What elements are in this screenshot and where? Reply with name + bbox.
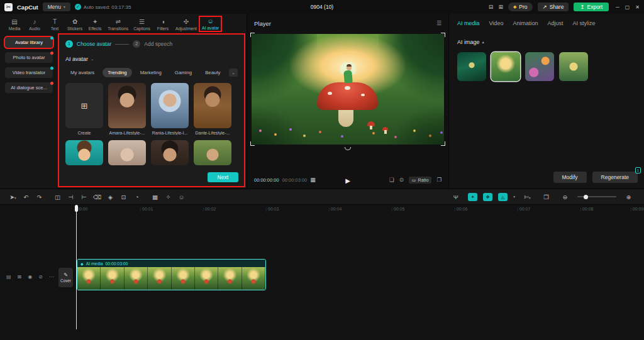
timeline-ruler[interactable]: 00:00 |00:01 |00:02 |00:03 |00:04 |00:05… [0,205,644,213]
pro-badge[interactable]: ◆ Pro [508,3,533,11]
avatar-card-rania[interactable]: Rania-Lifestyle-I... [151,83,189,135]
minimize-button[interactable]: ─ [616,4,619,10]
ai-image-variant[interactable] [525,52,554,81]
ribbon-tab-stickers[interactable]: ✿ Stickers [65,18,84,31]
layout-mode-icon[interactable]: ⊞ [498,4,503,10]
crop-icon[interactable]: ⊡ [117,194,130,200]
chroma-key-icon[interactable]: ◔ [130,194,143,200]
playhead[interactable] [76,205,77,329]
sidebar-item-photo-to-avatar[interactable]: Photo to avatar [5,52,53,63]
auto-cut-icon[interactable]: ✄▾ [521,194,534,200]
tab-animation[interactable]: Animation [513,20,538,26]
menu-button[interactable]: Menu ▾ [43,3,70,11]
regenerate-button[interactable]: Regenerate 1 [592,172,638,183]
mask-icon[interactable]: ◈ [104,194,117,200]
cover-button[interactable]: ✎ Cover [58,268,73,287]
ribbon-tab-media[interactable]: ▤ Media [5,18,24,31]
tab-gaming[interactable]: Gaming [170,68,197,77]
trim-left-icon[interactable]: ⊣ [64,194,77,200]
restore-button[interactable]: ▢ [625,4,630,10]
ai-image-variant[interactable] [457,52,486,81]
mirror-preview-icon[interactable]: ❏ [389,177,394,183]
play-button[interactable]: ▶ [345,177,350,184]
ribbon-tab-adjustment[interactable]: ✣ Adjustment [174,18,199,31]
zoom-out-icon[interactable]: ⊖ [558,194,572,200]
display-mode-icon[interactable]: ⊟ [489,4,494,10]
avatar-card-dante[interactable]: Dante-Lifestyle-... [194,83,231,135]
tab-my-avatars[interactable]: My avatars [65,68,99,77]
ratio-button[interactable]: ▭ Ratio [409,177,432,184]
sidebar-item-video-translator[interactable]: Video translator [5,67,53,78]
export-button[interactable]: ↥ Export [574,3,609,11]
more-icon[interactable]: ⋯ [49,274,54,280]
player-menu-icon[interactable]: ☰ [436,20,441,26]
modify-button[interactable]: Modify [553,172,587,183]
avatar-thumbnail[interactable] [108,140,146,165]
ribbon-tab-ai-avatar[interactable]: ☺ AI avatar [200,17,221,31]
avatar-thumbnail[interactable] [194,140,231,165]
ribbon-tab-transitions[interactable]: ⇌ Transitions [106,18,130,31]
zoom-in-icon[interactable]: ⊕ [622,194,635,200]
avatar-thumbnail[interactable] [151,140,189,165]
timeline-zoom-slider[interactable] [577,196,616,197]
mushroom-spot [345,86,350,90]
ribbon-tab-effects[interactable]: ✦ Effects [86,18,104,31]
video-preview[interactable] [252,34,444,145]
avatar-thumbnail[interactable] [65,140,103,165]
ai-wand-icon[interactable]: ✧ [162,194,175,200]
smart-tool-icon-2[interactable]: ❖ [483,193,492,201]
select-tool[interactable]: ➤▾ [6,194,19,200]
tab-trending[interactable]: Trending [103,68,131,77]
track-options-icon[interactable]: ▤ [6,274,11,280]
ai-image-variant-selected[interactable] [491,52,520,81]
close-button[interactable]: ✕ [635,4,640,10]
ai-image-variant[interactable] [559,52,588,81]
timeline-clip-ai-media[interactable]: ◆ AI media 00:00:03:00 [77,259,266,290]
extract-character-icon[interactable]: ☺ [175,194,188,200]
ruler-tick: |00:04 [328,207,341,211]
preview-screen-icon[interactable]: ❒ [540,194,553,200]
split-icon[interactable]: ◫ [51,194,64,200]
tab-beauty[interactable]: Beauty [200,68,225,77]
avatar-card-label: Create [65,131,103,135]
ruler-tick: |00:03 [265,207,279,211]
ribbon-tab-audio[interactable]: ♪ Audio [25,18,44,31]
sidebar-item-avatar-library[interactable]: Avatar library [5,37,53,48]
tab-marketing[interactable]: Marketing [135,68,167,77]
mute-icon[interactable]: ⊘ [38,274,43,280]
chevron-down-icon[interactable]: ▾ [513,195,515,199]
tab-video[interactable]: Video [489,20,504,26]
share-button[interactable]: ↗ Share [538,3,569,11]
voiceover-mic-icon[interactable]: Ψ [449,194,462,200]
flower-dots [259,129,262,132]
create-avatar-card[interactable]: ⊞ Create [65,83,103,135]
avatar-card-amara[interactable]: Amara-Lifestyle-... [108,83,146,135]
ribbon-tab-filters[interactable]: ◑ Filters [153,18,172,31]
tab-ai-media[interactable]: AI media [457,20,480,26]
tabs-expand-button[interactable]: ⌄ [229,69,238,77]
canvas-grid-icon[interactable]: ▦ [148,194,162,200]
sidebar-item-ai-dialogue[interactable]: AI dialogue sce... [5,82,53,93]
smart-tool-icon-1[interactable]: ✦ [468,193,477,201]
lock-icon[interactable]: ⊠ [18,274,22,280]
frame-view-icon[interactable]: ▦ [310,177,316,183]
ai-image-section-header[interactable]: AI image ▴ [457,39,636,45]
stage-handle[interactable] [345,147,351,150]
visibility-icon[interactable]: ◉ [28,274,32,280]
ribbon-tab-label: Text [51,26,58,31]
delete-icon[interactable]: ⌫ [91,194,104,200]
ribbon-tab-text[interactable]: T Text [45,18,64,31]
fullscreen-icon[interactable]: ❐ [436,177,441,183]
tab-adjust[interactable]: Adjust [547,20,563,26]
zoom-slider-thumb[interactable] [584,195,588,199]
next-button[interactable]: Next [208,172,238,182]
undo-icon[interactable]: ↶ [19,194,33,200]
playhead-handle[interactable] [75,205,78,212]
tab-ai-stylize[interactable]: AI stylize [572,20,595,26]
snapshot-icon[interactable]: ⊙ [399,177,404,183]
redo-icon[interactable]: ↷ [33,194,46,200]
trim-right-icon[interactable]: ⊢ [77,194,91,200]
smart-tool-icon-3[interactable]: ◬ [498,193,508,201]
ai-avatar-section[interactable]: AI avatar ⌄ [65,56,238,62]
ribbon-tab-captions[interactable]: ☰ Captions [131,18,152,31]
